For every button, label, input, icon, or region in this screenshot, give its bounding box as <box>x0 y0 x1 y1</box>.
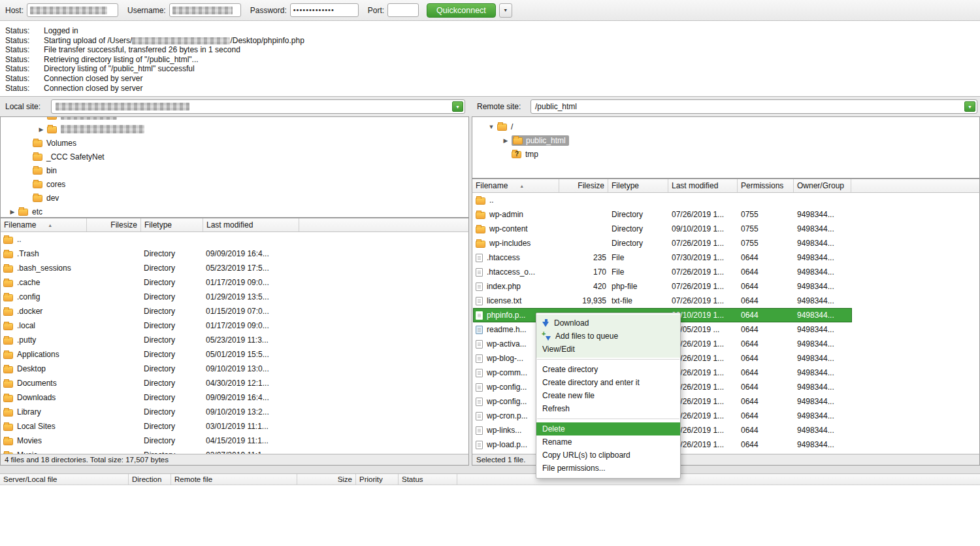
menu-item-add-files-to-queue[interactable]: Add files to queue <box>536 330 680 343</box>
file-row-htaccess[interactable]: .htaccess235File07/30/2019 1...064494983… <box>473 250 852 265</box>
remote-site-combo[interactable]: /public_html ▼ <box>531 99 977 114</box>
password-input[interactable]: ••••••••••••• <box>290 3 359 17</box>
menu-item-create-directory[interactable]: Create directory <box>536 363 680 376</box>
queue-column-status[interactable]: Status <box>399 474 457 485</box>
file-row-local[interactable]: .localDirectory01/17/2019 09:0... <box>1 318 468 333</box>
username-input[interactable] <box>169 3 241 17</box>
column-header-last-modified[interactable]: Last modified <box>668 179 738 192</box>
cell-perms: 0644 <box>738 351 794 366</box>
cell-type: Directory <box>141 347 203 362</box>
file-row-movies[interactable]: MoviesDirectory04/15/2019 11:1... <box>1 434 468 448</box>
tree-item-cores[interactable]: cores <box>1 177 468 191</box>
remote-site-dropdown-button[interactable]: ▼ <box>964 101 975 112</box>
column-header-label: Filesize <box>110 220 137 230</box>
column-header-last-modified[interactable]: Last modified <box>203 218 299 231</box>
tree-item-public-html[interactable]: ▶public_html <box>472 133 979 147</box>
file-row-desktop[interactable]: DesktopDirectory09/10/2019 13:0... <box>1 362 468 376</box>
folder-icon <box>3 395 13 402</box>
quickconnect-button[interactable]: Quickconnect <box>427 3 496 18</box>
disclosure-collapsed-icon[interactable]: ▶ <box>502 137 509 144</box>
column-header-filename[interactable]: Filename▲ <box>1 218 87 231</box>
column-header-filetype[interactable]: Filetype <box>608 179 668 192</box>
disclosure-collapsed-icon[interactable]: ▶ <box>9 209 16 215</box>
cell-size <box>87 405 141 419</box>
cell-size <box>560 236 609 250</box>
queue-column-direction[interactable]: Direction <box>129 474 171 485</box>
file-row-wp-includes[interactable]: wp-includesDirectory07/26/2019 1...07559… <box>473 236 852 250</box>
host-input[interactable] <box>27 3 118 17</box>
tree-item-item[interactable]: ▼/ <box>472 120 979 133</box>
column-header-filename[interactable]: Filename▲ <box>472 179 559 192</box>
file-row-putty[interactable]: .puttyDirectory05/23/2019 11:3... <box>1 333 468 347</box>
tree-item-tmp[interactable]: tmp <box>472 147 979 161</box>
port-input[interactable] <box>387 3 419 17</box>
cell-perms: 0644 <box>738 279 794 294</box>
file-row-bash-sessions[interactable]: .bash_sessionsDirectory05/23/2019 17:5..… <box>1 261 468 275</box>
file-row-index-php[interactable]: index.php420php-file07/26/2019 1...06449… <box>473 279 852 294</box>
file-row-cache[interactable]: .cacheDirectory01/17/2019 09:0... <box>1 275 468 290</box>
file-row-documents[interactable]: DocumentsDirectory04/30/2019 12:1... <box>1 376 468 390</box>
file-row-htaccess-o[interactable]: .htaccess_o...170File07/26/2019 1...0644… <box>473 265 852 279</box>
disclosure-expanded-icon[interactable]: ▼ <box>488 124 495 130</box>
disclosure-collapsed-icon[interactable]: ▶ <box>38 126 44 133</box>
queue-column-remote-file[interactable]: Remote file <box>171 474 297 485</box>
file-icon <box>476 369 483 377</box>
tree-item-bin[interactable]: bin <box>1 163 468 177</box>
menu-item-create-directory-and-enter-it[interactable]: Create directory and enter it <box>536 376 680 389</box>
quickconnect-dropdown-button[interactable]: ▼ <box>499 3 512 18</box>
menu-item-delete[interactable]: Delete <box>536 422 680 435</box>
cell-modified: 09/09/2019 16:4... <box>203 390 299 405</box>
local-site-combo[interactable]: ▼ <box>51 99 465 114</box>
queue-column-size[interactable]: Size <box>297 474 356 485</box>
menu-item-download[interactable]: Download <box>536 316 680 330</box>
local-site-dropdown-button[interactable]: ▼ <box>452 101 463 112</box>
file-row-item[interactable]: .. <box>473 193 852 207</box>
queue-column-server-local-file[interactable]: Server/Local file <box>0 474 129 485</box>
file-row-config[interactable]: .configDirectory01/29/2019 13:5... <box>1 290 468 304</box>
menu-item-create-new-file[interactable]: Create new file <box>536 389 680 402</box>
tree-item-etc[interactable]: ▶etc <box>1 205 468 218</box>
column-header-filesize[interactable]: Filesize <box>559 179 608 192</box>
cell-owner: 9498344... <box>794 308 852 322</box>
column-header-filetype[interactable]: Filetype <box>141 218 203 231</box>
menu-item-copy-url-s-to-clipboard[interactable]: Copy URL(s) to clipboard <box>536 449 680 462</box>
file-row-trash[interactable]: .TrashDirectory09/09/2019 16:4... <box>1 247 468 261</box>
cell-type: File <box>609 250 669 265</box>
tree-item-ccc-safetynet[interactable]: _CCC SafetyNet <box>1 150 468 163</box>
file-row-downloads[interactable]: DownloadsDirectory09/09/2019 16:4... <box>1 390 468 405</box>
queue-column-priority[interactable]: Priority <box>356 474 399 485</box>
column-header-permissions[interactable]: Permissions <box>738 179 794 192</box>
file-row-license-txt[interactable]: license.txt19,935txt-file07/26/2019 1...… <box>473 294 852 308</box>
menu-item-rename[interactable]: Rename <box>536 435 680 449</box>
file-row-applications[interactable]: ApplicationsDirectory05/01/2019 15:5... <box>1 347 468 362</box>
port-label: Port: <box>368 6 384 15</box>
file-name: .local <box>17 321 35 330</box>
tree-item-redacted[interactable]: ▶ <box>1 122 468 136</box>
file-row-library[interactable]: LibraryDirectory09/10/2019 13:2... <box>1 405 468 419</box>
menu-item-file-permissions[interactable]: File permissions... <box>536 462 680 475</box>
tree-item-dev[interactable]: dev <box>1 191 468 205</box>
status-label: Status: <box>5 55 44 65</box>
column-header-label: Permissions <box>741 181 783 190</box>
tree-item-redacted[interactable] <box>1 116 468 122</box>
file-row-local-sites[interactable]: Local SitesDirectory03/01/2019 11:1... <box>1 419 468 434</box>
file-row-wp-admin[interactable]: wp-adminDirectory07/26/2019 1...07559498… <box>473 207 852 222</box>
cell-type: Directory <box>141 419 203 434</box>
cell-size <box>87 362 141 376</box>
file-name: Documents <box>17 379 57 388</box>
pane-splitter[interactable] <box>0 466 980 473</box>
cell-modified: 07/26/2019 1... <box>669 236 738 250</box>
cell-perms <box>738 193 794 207</box>
cell-type: Directory <box>141 275 203 290</box>
file-row-docker[interactable]: .dockerDirectory01/15/2019 07:0... <box>1 304 468 318</box>
menu-item-view-edit[interactable]: View/Edit <box>536 343 680 356</box>
file-row-wp-content[interactable]: wp-contentDirectory09/10/2019 1...075594… <box>473 222 852 236</box>
file-name: .config <box>17 292 40 301</box>
file-row-music[interactable]: MusicDirectory03/07/2019 11:1... <box>1 448 468 454</box>
column-header-owner-group[interactable]: Owner/Group <box>794 179 851 192</box>
selected-tree-item: public_html <box>512 135 569 146</box>
column-header-filesize[interactable]: Filesize <box>87 218 141 231</box>
menu-item-refresh[interactable]: Refresh <box>536 402 680 415</box>
tree-item-volumes[interactable]: Volumes <box>1 136 468 150</box>
file-row-item[interactable]: .. <box>1 232 468 247</box>
